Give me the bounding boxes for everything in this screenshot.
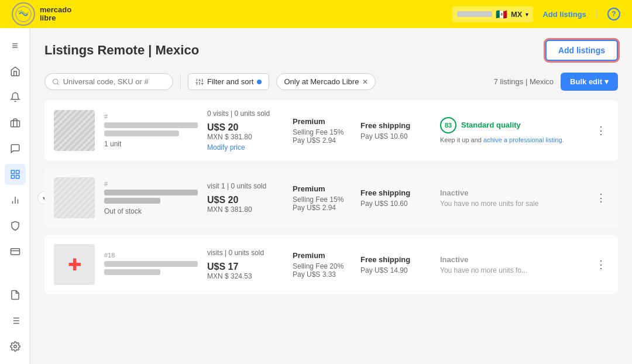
- listing-fee-2b: Pay U$S 2.94: [293, 204, 351, 212]
- visits-text-2: visit 1 | 0 units sold: [207, 182, 283, 190]
- quality-badge-1: 83 Standard quality: [440, 117, 564, 133]
- quality-info-1: 83 Standard quality Keep it up and achiv…: [440, 117, 564, 144]
- listing-type-2: Premium Selling Fee 15% Pay U$S 2.94: [293, 184, 351, 212]
- country-selector[interactable]: 🇲🇽 MX ▾: [452, 6, 534, 22]
- header-add-listings-link[interactable]: Add listings: [542, 10, 586, 19]
- sidebar-item-reports[interactable]: [5, 284, 26, 305]
- filter-sort-button[interactable]: Filter and sort: [188, 73, 269, 90]
- product-title-1: [104, 122, 198, 128]
- shipping-label-1: Free shipping: [360, 121, 431, 130]
- listing-card-wrapper-1: # 1 unit 0 visits | 0 units sold U$S 20 …: [44, 100, 618, 161]
- visits-info-3: visits | 0 units sold U$S 17 MXN $ 324.5…: [207, 249, 283, 280]
- sidebar-item-payments[interactable]: [5, 241, 26, 262]
- product-id-3: #18: [104, 252, 198, 259]
- toolbar-divider: [180, 74, 181, 90]
- page-header: Listings Remote | Mexico Add listings: [44, 40, 618, 61]
- more-options-button-3[interactable]: ⋮: [593, 256, 609, 273]
- listing-card-3: ✚ #18 visits | 0 units sold U$S 17 MXN $…: [44, 235, 618, 294]
- filter-dot: [257, 80, 262, 84]
- svg-line-19: [57, 83, 59, 84]
- product-image-2: [54, 177, 95, 218]
- quality-desc-1: Keep it up and achive a professional lis…: [440, 136, 564, 144]
- product-units-1: 1 unit: [104, 140, 198, 148]
- product-title-1b: [104, 131, 179, 136]
- sidebar-item-listings[interactable]: [5, 164, 26, 185]
- price-usd-2: U$S 20: [207, 195, 283, 205]
- svg-point-17: [13, 345, 16, 348]
- sidebar-item-catalog[interactable]: [5, 310, 26, 331]
- visits-info-2: visit 1 | 0 units sold U$S 20 MXN $ 381.…: [207, 182, 283, 214]
- header-right: 🇲🇽 MX ▾ Add listings | ?: [452, 6, 620, 22]
- sidebar: ≡: [0, 28, 30, 364]
- sidebar-item-notifications[interactable]: [5, 87, 26, 108]
- price-mxn-2: MXN $ 381.80: [207, 205, 283, 214]
- product-units-2: Out of stock: [104, 207, 198, 215]
- search-input[interactable]: [63, 77, 166, 86]
- help-icon[interactable]: ?: [607, 8, 620, 20]
- modify-price-link-1[interactable]: Modify price: [207, 143, 283, 152]
- bulk-edit-button[interactable]: Bulk edit ▾: [561, 73, 618, 91]
- bulk-edit-chevron-icon: ▾: [604, 77, 609, 86]
- product-title-2: [104, 190, 198, 195]
- shipping-label-3: Free shipping: [360, 255, 431, 264]
- search-icon: [52, 78, 60, 86]
- sidebar-item-settings[interactable]: [5, 336, 26, 357]
- header: mercado libre 🇲🇽 MX ▾ Add listings | ?: [0, 0, 632, 28]
- shipping-label-2: Free shipping: [360, 188, 431, 197]
- listing-type-label-2: Premium: [293, 184, 351, 193]
- product-info-1: # 1 unit: [104, 113, 198, 148]
- sidebar-item-orders[interactable]: [5, 112, 26, 133]
- sidebar-item-messages[interactable]: [5, 138, 26, 159]
- listing-fee-1b: Pay U$S 2.94: [293, 136, 351, 145]
- product-id-1: #: [104, 113, 198, 120]
- more-options-button-2[interactable]: ⋮: [593, 189, 609, 207]
- listing-type-1: Premium Selling Fee 15% Pay U$S 2.94: [293, 117, 351, 145]
- more-options-button-1[interactable]: ⋮: [593, 122, 609, 139]
- listing-fee-3b: Pay U$S 3.33: [293, 270, 351, 279]
- country-label: MX: [511, 10, 523, 19]
- header-divider: |: [596, 9, 598, 19]
- listing-type-3: Premium Selling Fee 20% Pay U$S 3.33: [293, 251, 351, 279]
- visits-info-1: 0 visits | 0 units sold U$S 20 MXN $ 381…: [207, 109, 283, 152]
- svg-point-18: [53, 79, 58, 84]
- svg-rect-2: [11, 170, 14, 173]
- sidebar-item-security[interactable]: [5, 215, 26, 236]
- price-usd-1: U$S 20: [207, 122, 283, 133]
- quality-info-2: Inactive You have no more units for sale: [440, 188, 538, 208]
- visits-text-1: 0 visits | 0 units sold: [207, 109, 283, 118]
- sidebar-item-menu[interactable]: ≡: [5, 35, 26, 56]
- search-box[interactable]: [44, 73, 173, 90]
- svg-rect-1: [11, 121, 19, 127]
- listing-card-wrapper-3: ✚ #18 visits | 0 units sold U$S 17 MXN $…: [44, 235, 618, 294]
- product-title-3: [104, 261, 198, 267]
- product-title-3b: [104, 269, 160, 275]
- inactive-desc-3: You have no more units fo...: [440, 266, 534, 274]
- page-title: Listings Remote | Mexico: [44, 43, 199, 58]
- svg-rect-9: [11, 249, 19, 255]
- listing-card-1: # 1 unit 0 visits | 0 units sold U$S 20 …: [44, 100, 618, 161]
- svg-rect-4: [16, 176, 19, 178]
- shipping-cost-2: Pay U$S 10.60: [360, 200, 431, 208]
- toolbar: Filter and sort Only at Mercado Libre ✕ …: [44, 73, 618, 91]
- filter-icon: [195, 78, 204, 86]
- product-image-1: [54, 110, 95, 151]
- quality-info-3: Inactive You have no more units fo...: [440, 255, 534, 274]
- sidebar-item-analytics[interactable]: [5, 190, 26, 211]
- product-info-3: #18: [104, 252, 198, 277]
- listing-card-2: # Out of stock visit 1 | 0 units sold U$…: [44, 168, 618, 228]
- listing-type-label-3: Premium: [293, 251, 351, 260]
- sidebar-item-home[interactable]: [5, 61, 26, 82]
- inactive-label-2: Inactive: [440, 188, 538, 197]
- filter-tag[interactable]: Only at Mercado Libre ✕: [276, 73, 376, 90]
- listing-fee-3: Selling Fee 20%: [293, 262, 351, 270]
- price-mxn-1: MXN $ 381.80: [207, 133, 283, 141]
- shipping-info-1: Free shipping Pay U$S 10.60: [360, 121, 431, 140]
- product-title-2b: [104, 198, 160, 204]
- svg-rect-3: [16, 170, 19, 173]
- logo-icon: [12, 2, 35, 26]
- shipping-info-3: Free shipping Pay U$S 14.90: [360, 255, 431, 274]
- add-listings-button[interactable]: Add listings: [545, 40, 618, 61]
- price-mxn-3: MXN $ 324.53: [207, 272, 283, 280]
- product-info-2: # Out of stock: [104, 180, 198, 215]
- tag-close-icon[interactable]: ✕: [362, 78, 368, 86]
